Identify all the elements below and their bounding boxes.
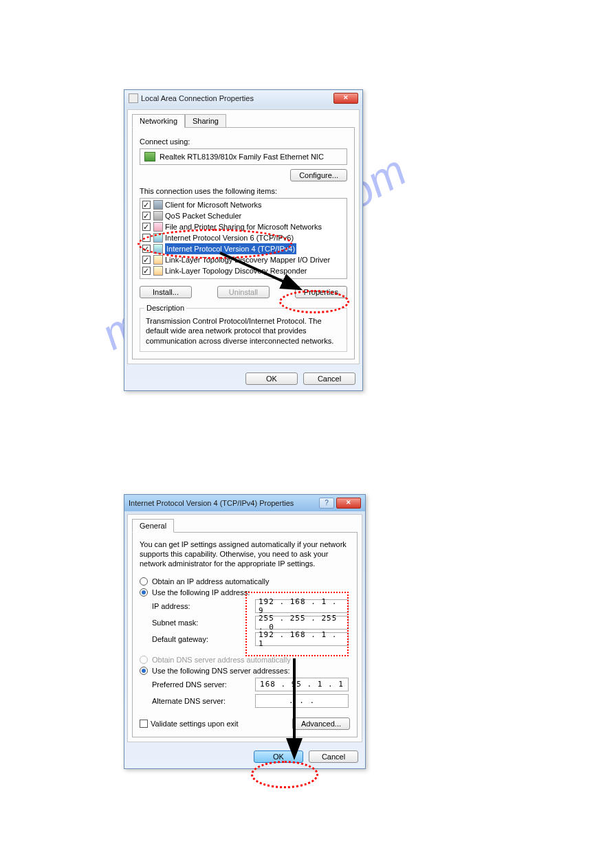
- protocol-icon: [153, 266, 163, 276]
- items-label: This connection uses the following items…: [140, 187, 347, 195]
- validate-label: Validate settings upon exit: [151, 720, 239, 728]
- item-label: Internet Protocol Version 4 (TCP/IPv4): [165, 243, 296, 254]
- radio-auto-dns-label: Obtain DNS server address automatically: [152, 656, 291, 664]
- list-item[interactable]: Client for Microsoft Networks: [141, 199, 346, 210]
- radio-static-ip[interactable]: [140, 588, 148, 597]
- advanced-button[interactable]: Advanced...: [292, 717, 350, 730]
- protocol-icon: [153, 211, 163, 221]
- alt-dns-label: Alternate DNS server:: [152, 697, 255, 705]
- dialog-title: Local Area Connection Properties: [141, 94, 333, 102]
- pref-dns-label: Preferred DNS server:: [152, 680, 255, 689]
- intro-text: You can get IP settings assigned automat…: [140, 539, 350, 569]
- ip-address-label: IP address:: [152, 602, 255, 610]
- nic-icon: [144, 152, 155, 162]
- cancel-button[interactable]: Cancel: [303, 372, 355, 385]
- item-label: Link-Layer Topology Discovery Mapper I/O…: [165, 254, 330, 265]
- item-label: QoS Packet Scheduler: [165, 210, 241, 221]
- items-listbox[interactable]: Client for Microsoft NetworksQoS Packet …: [140, 198, 347, 279]
- checkbox[interactable]: [142, 212, 151, 220]
- radio-static-dns-label: Use the following DNS server addresses:: [152, 667, 290, 675]
- list-item[interactable]: Link-Layer Topology Discovery Mapper I/O…: [141, 254, 346, 265]
- checkbox[interactable]: [142, 223, 151, 231]
- properties-button[interactable]: Properties: [295, 286, 347, 298]
- radio-static-dns[interactable]: [140, 667, 148, 675]
- titlebar: Local Area Connection Properties ✕: [124, 90, 362, 107]
- connection-properties-dialog: Local Area Connection Properties ✕ Netwo…: [124, 89, 363, 391]
- tab-networking[interactable]: Networking: [132, 114, 185, 128]
- list-item[interactable]: Link-Layer Topology Discovery Responder: [141, 265, 346, 276]
- subnet-input[interactable]: 255 . 255 . 255 . 0: [255, 616, 349, 630]
- subnet-label: Subnet mask:: [152, 619, 255, 627]
- gateway-input[interactable]: 192 . 168 . 1 . 1: [255, 632, 349, 646]
- validate-checkbox[interactable]: [140, 720, 148, 728]
- pref-dns-input[interactable]: 168 . 95 . 1 . 1: [255, 678, 349, 691]
- list-item[interactable]: QoS Packet Scheduler: [141, 210, 346, 221]
- description-heading: Description: [144, 304, 186, 312]
- list-item[interactable]: Internet Protocol Version 4 (TCP/IPv4): [141, 243, 346, 254]
- radio-auto-dns: [140, 656, 148, 664]
- item-label: Internet Protocol Version 6 (TCP/IPv6): [165, 232, 294, 243]
- item-label: Client for Microsoft Networks: [165, 199, 262, 210]
- adapter-field[interactable]: Realtek RTL8139/810x Family Fast Etherne…: [140, 148, 347, 165]
- titlebar: Internet Protocol Version 4 (TCP/IPv4) P…: [124, 495, 365, 511]
- dialog-title: Internet Protocol Version 4 (TCP/IPv4) P…: [129, 499, 319, 507]
- cancel-button[interactable]: Cancel: [309, 750, 358, 763]
- help-button[interactable]: ?: [319, 498, 334, 509]
- radio-auto-ip-label: Obtain an IP address automatically: [152, 577, 269, 586]
- item-label: File and Printer Sharing for Microsoft N…: [165, 221, 322, 232]
- checkbox[interactable]: [142, 201, 151, 209]
- protocol-icon: [153, 244, 163, 254]
- alt-dns-input[interactable]: . . .: [255, 694, 349, 708]
- protocol-icon: [153, 233, 163, 243]
- list-item[interactable]: File and Printer Sharing for Microsoft N…: [141, 221, 346, 232]
- connect-using-label: Connect using:: [140, 137, 347, 146]
- description-text: Transmission Control Protocol/Internet P…: [146, 316, 341, 346]
- protocol-icon: [153, 255, 163, 265]
- adapter-name: Realtek RTL8139/810x Family Fast Etherne…: [160, 153, 324, 161]
- ipv4-properties-dialog: Internet Protocol Version 4 (TCP/IPv4) P…: [124, 494, 366, 769]
- gateway-label: Default gateway:: [152, 635, 255, 643]
- tab-sharing[interactable]: Sharing: [185, 114, 226, 128]
- checkbox[interactable]: [142, 256, 151, 264]
- item-label: Link-Layer Topology Discovery Responder: [165, 265, 307, 276]
- close-button[interactable]: ✕: [336, 498, 361, 509]
- radio-static-ip-label: Use the following IP address:: [152, 588, 250, 597]
- install-button[interactable]: Install...: [140, 286, 192, 298]
- tab-general[interactable]: General: [132, 519, 174, 533]
- close-button[interactable]: ✕: [333, 93, 358, 104]
- description-group: Description Transmission Control Protoco…: [140, 304, 347, 352]
- protocol-icon: [153, 200, 163, 210]
- radio-auto-ip[interactable]: [140, 577, 148, 586]
- list-item[interactable]: Internet Protocol Version 6 (TCP/IPv6): [141, 232, 346, 243]
- tabs: Networking Sharing: [132, 114, 355, 128]
- app-icon: [129, 93, 138, 103]
- protocol-icon: [153, 222, 163, 232]
- checkbox[interactable]: [142, 267, 151, 275]
- ip-address-input[interactable]: 192 . 168 . 1 . 9: [255, 599, 349, 613]
- ok-button[interactable]: OK: [254, 750, 303, 763]
- checkbox[interactable]: [142, 234, 151, 242]
- configure-button[interactable]: Configure...: [290, 169, 347, 181]
- ok-button[interactable]: OK: [245, 372, 298, 385]
- uninstall-button[interactable]: Uninstall: [217, 286, 270, 298]
- checkbox[interactable]: [142, 245, 151, 253]
